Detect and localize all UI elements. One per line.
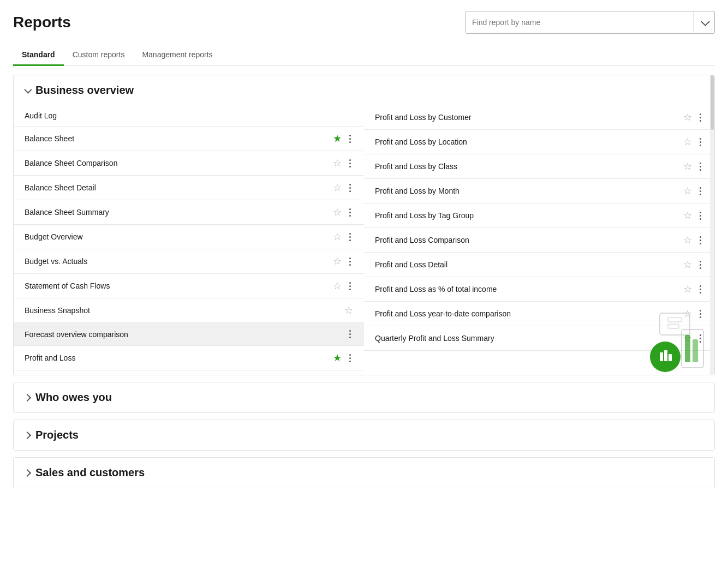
scrollbar-track[interactable] [710,75,714,375]
section-title: Sales and customers [35,466,145,479]
expand-icon [23,431,31,439]
section-title: Projects [35,429,79,441]
more-options-icon[interactable] [697,112,703,123]
star-empty-icon[interactable]: ☆ [683,209,692,221]
more-options-icon[interactable] [697,284,703,295]
section-who-owes-you: Who owes you [13,382,715,413]
more-options-icon[interactable] [697,211,703,221]
content-area: Business overview Audit Log Balance Shee… [13,66,715,488]
report-pl-detail[interactable]: Profit and Loss Detail ☆ [364,253,714,277]
tab-management-reports[interactable]: Management reports [133,45,221,66]
report-budget-vs-actuals[interactable]: Budget vs. Actuals ☆ [14,249,364,274]
star-filled-icon[interactable]: ★ [333,133,342,145]
report-pl-by-location[interactable]: Profit and Loss by Location ☆ [364,130,714,154]
section-projects: Projects [13,420,715,451]
report-pl-by-customer[interactable]: Profit and Loss by Customer ☆ [364,105,714,130]
report-profit-and-loss[interactable]: Profit and Loss ★ [14,346,364,370]
report-pl-by-tag-group[interactable]: Profit and Loss by Tag Group ☆ [364,203,714,228]
section-business-overview: Business overview Audit Log Balance Shee… [13,75,715,375]
star-empty-icon[interactable]: ☆ [683,234,692,246]
search-input[interactable] [465,11,694,34]
section-title: Business overview [35,84,134,97]
star-empty-icon[interactable]: ☆ [683,332,692,344]
report-pl-percent-total-income[interactable]: Profit and Loss as % of total income ☆ [364,277,714,302]
more-options-icon[interactable] [697,235,703,245]
star-empty-icon[interactable]: ☆ [683,111,692,123]
more-options-icon[interactable] [697,309,703,319]
star-empty-icon[interactable]: ☆ [683,160,692,172]
report-pl-by-month[interactable]: Profit and Loss by Month ☆ [364,179,714,203]
scrollbar-thumb[interactable] [711,75,714,130]
tab-standard[interactable]: Standard [13,45,64,66]
more-options-icon[interactable] [347,158,353,169]
section-sales-customers-header[interactable]: Sales and customers [14,458,714,488]
section-business-overview-body: Audit Log Balance Sheet ★ Balance Sheet [14,105,714,375]
star-empty-icon[interactable]: ☆ [333,280,342,292]
right-column: Profit and Loss by Customer ☆ Profit and… [364,105,714,370]
search-dropdown-button[interactable] [694,11,715,34]
tabs-bar: Standard Custom reports Management repor… [13,45,715,66]
star-empty-icon[interactable]: ☆ [683,259,692,271]
star-filled-icon[interactable]: ★ [333,352,342,364]
section-projects-header[interactable]: Projects [14,420,714,450]
report-forecast-overview[interactable]: Forecast overview comparison [14,323,364,346]
more-options-icon[interactable] [697,137,703,147]
report-balance-sheet-comparison[interactable]: Balance Sheet Comparison ☆ [14,151,364,176]
star-empty-icon[interactable]: ☆ [683,136,692,148]
left-column: Audit Log Balance Sheet ★ Balance Sheet [14,105,364,370]
more-options-icon[interactable] [347,329,353,339]
more-options-icon[interactable] [697,161,703,172]
report-audit-log[interactable]: Audit Log [14,105,364,127]
chevron-down-icon [700,17,709,26]
tab-custom-reports[interactable]: Custom reports [64,45,134,66]
report-statement-cash-flows[interactable]: Statement of Cash Flows ☆ [14,274,364,298]
star-empty-icon[interactable]: ☆ [333,231,342,243]
expand-icon [23,393,31,401]
star-empty-icon[interactable]: ☆ [683,283,692,295]
page-wrapper: Reports Standard Custom reports Manageme… [0,0,728,587]
more-options-icon[interactable] [347,353,353,363]
section-who-owes-you-header[interactable]: Who owes you [14,382,714,412]
star-empty-icon[interactable]: ☆ [344,304,353,316]
report-quarterly-pl-summary[interactable]: Quarterly Profit and Loss Summary ☆ [364,326,714,351]
report-business-snapshot[interactable]: Business Snapshot ☆ [14,298,364,323]
reports-grid: Audit Log Balance Sheet ★ Balance Sheet [14,105,714,370]
more-options-icon[interactable] [347,281,353,291]
more-options-icon[interactable] [347,134,353,144]
page-header: Reports [13,11,715,34]
more-options-icon[interactable] [347,256,353,267]
more-options-icon[interactable] [347,232,353,242]
more-options-icon[interactable] [697,186,703,196]
report-pl-ytd-comparison[interactable]: Profit and Loss year-to-date comparison … [364,302,714,326]
report-pl-by-class[interactable]: Profit and Loss by Class ☆ [364,154,714,179]
star-empty-icon[interactable]: ☆ [333,182,342,194]
search-container [465,11,715,34]
more-options-icon[interactable] [347,183,353,193]
page-title: Reports [13,14,71,31]
more-options-icon[interactable] [697,333,703,344]
expand-icon [23,469,31,476]
report-pl-comparison[interactable]: Profit and Loss Comparison ☆ [364,228,714,253]
star-empty-icon[interactable]: ☆ [683,308,692,320]
collapse-icon [24,86,32,93]
star-empty-icon[interactable]: ☆ [333,157,342,169]
more-options-icon[interactable] [697,260,703,270]
section-sales-customers: Sales and customers [13,457,715,488]
report-balance-sheet[interactable]: Balance Sheet ★ [14,127,364,151]
report-balance-sheet-summary[interactable]: Balance Sheet Summary ☆ [14,200,364,225]
report-balance-sheet-detail[interactable]: Balance Sheet Detail ☆ [14,176,364,200]
section-title: Who owes you [35,391,112,404]
star-empty-icon[interactable]: ☆ [683,185,692,197]
star-empty-icon[interactable]: ☆ [333,255,342,267]
more-options-icon[interactable] [347,207,353,218]
report-budget-overview[interactable]: Budget Overview ☆ [14,225,364,249]
section-business-overview-header[interactable]: Business overview [14,75,714,105]
star-empty-icon[interactable]: ☆ [333,206,342,218]
